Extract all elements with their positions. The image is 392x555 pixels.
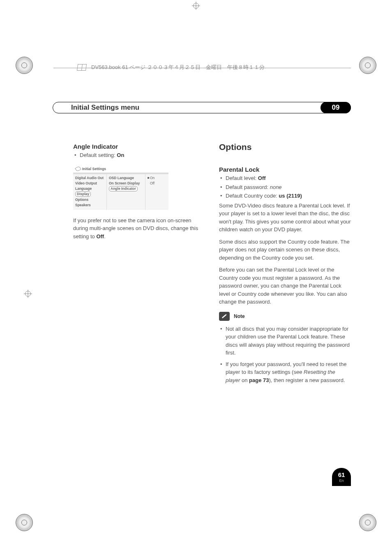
angle-indicator-heading: Angle Indicator	[73, 143, 205, 150]
menu-value-col: On Off	[145, 174, 168, 210]
header-info: DV563.book 61 ページ ２００３年４月２５日 金曜日 午後８時１１分	[77, 64, 265, 71]
registration-mark	[192, 2, 200, 10]
menu-nav-col: Digital Audio Out Video Output Language …	[73, 174, 107, 210]
registration-mark	[24, 290, 32, 298]
settings-menu-screenshot: Initial Settings Digital Audio Out Video…	[73, 165, 168, 210]
default-setting-line: Default setting: On	[73, 151, 205, 159]
default-password-line: Default password: none	[219, 183, 351, 191]
angle-body-text: If you prefer not to see the camera icon…	[73, 216, 205, 241]
options-heading: Options	[219, 142, 351, 152]
section-number: 09	[321, 102, 351, 113]
note-heading: Note	[219, 312, 351, 321]
section-title: Initial Settings menu	[53, 102, 351, 113]
registration-mark	[16, 57, 33, 74]
right-column: Options Parental Lock Default level: Off…	[219, 142, 351, 387]
header-filename: DV563.book 61 ページ ２００３年４月２５日 金曜日 午後８時１１分	[91, 64, 265, 71]
parental-para-1: Some DVD-Video discs feature a Parental …	[219, 202, 351, 234]
note-item-2: If you forget your password, you'll need…	[219, 360, 351, 385]
page-lang: En	[339, 479, 344, 483]
note-item-1: Not all discs that you may consider inap…	[219, 325, 351, 357]
default-country-line: Default Country code: us (2119)	[219, 192, 351, 200]
registration-mark	[16, 514, 33, 531]
registration-mark	[359, 57, 376, 74]
leaf-icon	[75, 166, 81, 172]
note-label: Note	[234, 313, 245, 319]
parental-para-2: Some discs also support the Country code…	[219, 238, 351, 262]
parental-para-3: Before you can set the Parental Lock lev…	[219, 266, 351, 306]
page-number: 61	[338, 471, 345, 478]
section-header: Initial Settings menu 09	[53, 102, 351, 113]
book-icon	[77, 64, 87, 71]
left-column: Angle Indicator Default setting: On Init…	[73, 142, 205, 387]
page-number-badge: 61 En	[332, 468, 351, 486]
menu-title: Initial Settings	[82, 167, 106, 171]
registration-mark	[359, 514, 376, 531]
default-level-line: Default level: Off	[219, 174, 351, 182]
note-icon	[219, 312, 230, 321]
parental-lock-heading: Parental Lock	[219, 166, 351, 173]
menu-sub-col: OSD Language On Screen Display Angle Ind…	[107, 174, 145, 210]
